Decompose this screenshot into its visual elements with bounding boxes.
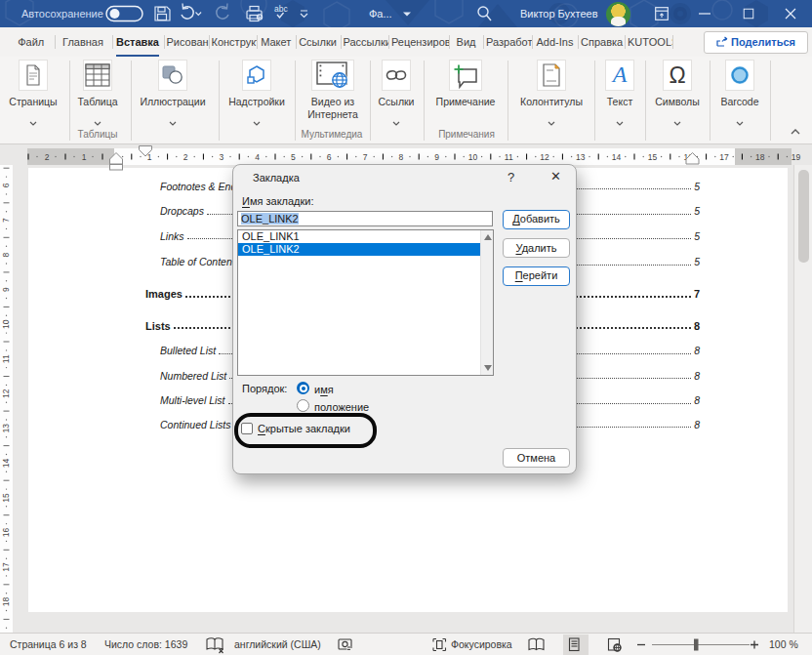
svg-text:16: 16 (1, 528, 11, 538)
svg-text:15: 15 (1, 493, 11, 503)
svg-text:10: 10 (1, 319, 11, 329)
svg-text:9: 9 (434, 152, 439, 162)
svg-text:9: 9 (1, 287, 11, 292)
svg-text:18: 18 (1, 597, 11, 607)
svg-text:14: 14 (1, 458, 11, 468)
svg-text:abc: abc (274, 4, 288, 14)
svg-text:17: 17 (1, 562, 11, 572)
svg-text:6: 6 (327, 152, 332, 162)
svg-text:A: A (611, 62, 628, 87)
svg-text:5: 5 (291, 152, 296, 162)
svg-text:10: 10 (468, 152, 478, 162)
svg-text:17: 17 (719, 152, 729, 162)
svg-text:6: 6 (1, 183, 11, 187)
svg-text:12: 12 (1, 389, 11, 398)
svg-text:18: 18 (755, 152, 765, 162)
svg-text:7: 7 (363, 152, 368, 162)
svg-text:14: 14 (612, 152, 622, 162)
svg-text:2: 2 (45, 152, 50, 162)
svg-text:11: 11 (505, 152, 513, 162)
svg-text:Ω: Ω (669, 62, 685, 88)
svg-text:3: 3 (219, 152, 223, 162)
svg-text:13: 13 (1, 424, 11, 433)
svg-text:2: 2 (183, 152, 188, 162)
svg-text:15: 15 (648, 152, 658, 162)
svg-text:11: 11 (1, 354, 11, 363)
svg-text:7: 7 (1, 218, 11, 223)
svg-text:13: 13 (576, 152, 586, 162)
svg-text:4: 4 (255, 152, 260, 162)
svg-text:12: 12 (540, 152, 549, 162)
svg-text:1: 1 (82, 152, 87, 162)
svg-text:19: 19 (792, 152, 801, 162)
svg-text:8: 8 (1, 252, 11, 257)
svg-text:8: 8 (398, 152, 403, 162)
